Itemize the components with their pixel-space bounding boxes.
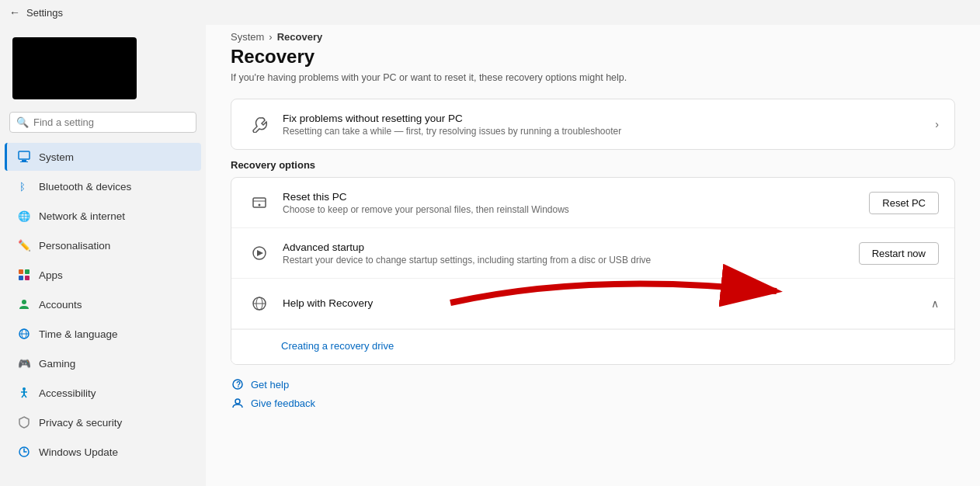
sidebar-item-network[interactable]: 🌐 Network & internet	[5, 202, 201, 230]
breadcrumb-page-title: Recovery	[277, 31, 323, 43]
sidebar-item-bluetooth[interactable]: ᛒ Bluetooth & devices	[5, 172, 201, 200]
advanced-startup-title: Advanced startup	[283, 241, 848, 253]
svg-point-28	[235, 399, 240, 404]
apps-icon	[17, 268, 31, 282]
chevron-right-icon: ›	[935, 118, 939, 130]
svg-rect-5	[19, 269, 23, 274]
svg-point-13	[23, 387, 26, 391]
svg-line-17	[24, 394, 26, 397]
help-recovery-expanded: Creating a recovery drive	[231, 329, 954, 364]
person-icon	[17, 297, 31, 311]
page-subtitle: If you're having problems with your PC o…	[231, 72, 955, 83]
restart-now-button[interactable]: Restart now	[859, 242, 939, 265]
fix-problems-text: Fix problems without resetting your PC R…	[283, 113, 924, 137]
brush-icon: ✏️	[17, 238, 31, 252]
reset-pc-desc: Choose to keep or remove your personal f…	[283, 204, 858, 215]
shield-icon	[17, 415, 31, 429]
advanced-startup-text: Advanced startup Restart your device to …	[283, 241, 848, 266]
reset-pc-text: Reset this PC Choose to keep or remove y…	[283, 191, 858, 215]
wrench-icon	[247, 112, 272, 137]
chevron-up-icon: ∧	[931, 297, 939, 310]
sidebar-item-time-label: Time & language	[39, 328, 118, 340]
sidebar-item-accessibility[interactable]: Accessibility	[5, 379, 201, 407]
breadcrumb: System › Recovery	[231, 31, 955, 43]
sidebar-item-accounts[interactable]: Accounts	[5, 290, 201, 318]
network-icon: 🌐	[17, 209, 31, 223]
reset-pc-action[interactable]: Reset PC	[869, 192, 939, 214]
svg-text:🌐: 🌐	[18, 210, 30, 222]
sidebar-item-privacy[interactable]: Privacy & security	[5, 408, 201, 436]
svg-rect-6	[25, 269, 30, 274]
help-recovery-row[interactable]: Help with Recovery ∧	[231, 279, 954, 329]
reset-pc-row: Reset this PC Choose to keep or remove y…	[231, 178, 954, 228]
svg-point-21	[259, 204, 261, 207]
give-feedback-label: Give feedback	[251, 397, 315, 409]
fix-problems-action: ›	[935, 118, 939, 130]
get-help-link[interactable]: ? Get help	[231, 377, 955, 391]
svg-rect-2	[20, 161, 28, 162]
svg-rect-7	[19, 276, 23, 280]
svg-text:?: ?	[236, 380, 241, 389]
sidebar-item-privacy-label: Privacy & security	[39, 417, 122, 429]
get-help-icon: ?	[231, 377, 245, 391]
accessibility-icon	[17, 386, 31, 400]
reset-pc-title: Reset this PC	[283, 191, 858, 203]
page-title: Recovery	[231, 46, 955, 68]
help-recovery-title: Help with Recovery	[283, 297, 920, 309]
sidebar: 🔍 System ᛒ Bluetooth & devices 🌐 Network…	[0, 0, 206, 486]
help-recovery-icon	[247, 291, 272, 316]
sidebar-item-gaming-label: Gaming	[39, 358, 75, 370]
user-avatar	[12, 37, 137, 99]
get-help-label: Get help	[251, 379, 289, 391]
fix-problems-title: Fix problems without resetting your PC	[283, 113, 924, 124]
bluetooth-icon: ᛒ	[17, 179, 31, 193]
sidebar-item-update-label: Windows Update	[39, 446, 118, 458]
creating-recovery-drive-link[interactable]: Creating a recovery drive	[281, 340, 394, 352]
advanced-startup-action[interactable]: Restart now	[859, 242, 939, 265]
startup-icon	[247, 241, 272, 266]
sidebar-item-accounts-label: Accounts	[39, 299, 82, 311]
recovery-options-card: Reset this PC Choose to keep or remove y…	[231, 177, 955, 365]
breadcrumb-separator: ›	[269, 31, 272, 43]
titlebar-title: Settings	[26, 7, 63, 19]
sidebar-item-system[interactable]: System	[5, 143, 201, 171]
reset-pc-button[interactable]: Reset PC	[869, 192, 939, 214]
svg-point-9	[22, 300, 26, 304]
sidebar-item-update[interactable]: Windows Update	[5, 438, 201, 466]
sidebar-item-time[interactable]: Time & language	[5, 320, 201, 348]
fix-problems-row[interactable]: Fix problems without resetting your PC R…	[231, 99, 954, 149]
help-recovery-toggle[interactable]: ∧	[931, 297, 939, 310]
update-icon	[17, 445, 31, 459]
fix-problems-card: Fix problems without resetting your PC R…	[231, 99, 955, 150]
sidebar-item-gaming[interactable]: 🎮 Gaming	[5, 349, 201, 377]
svg-rect-0	[19, 151, 30, 159]
feedback-icon	[231, 396, 245, 410]
fix-problems-desc: Resetting can take a while — first, try …	[283, 126, 924, 137]
globe-icon	[17, 327, 31, 341]
sidebar-item-bluetooth-label: Bluetooth & devices	[39, 181, 131, 193]
sidebar-item-accessibility-label: Accessibility	[39, 387, 96, 399]
breadcrumb-parent[interactable]: System	[231, 31, 264, 43]
search-icon: 🔍	[16, 116, 29, 128]
titlebar: ← Settings	[0, 0, 980, 25]
sidebar-item-apps-label: Apps	[39, 269, 63, 281]
sidebar-item-apps[interactable]: Apps	[5, 261, 201, 289]
help-recovery-text: Help with Recovery	[283, 297, 920, 311]
search-input[interactable]	[33, 116, 189, 128]
sidebar-item-personalisation[interactable]: ✏️ Personalisation	[5, 231, 201, 259]
footer-links: ? Get help Give feedback	[231, 377, 955, 410]
sidebar-item-network-label: Network & internet	[39, 210, 125, 222]
gamepad-icon: 🎮	[17, 356, 31, 370]
reset-icon	[247, 190, 272, 215]
search-box[interactable]: 🔍	[9, 112, 196, 133]
svg-text:ᛒ: ᛒ	[19, 181, 26, 193]
recovery-options-label: Recovery options	[231, 159, 955, 171]
back-button[interactable]: ←	[9, 6, 20, 19]
svg-rect-8	[25, 276, 30, 280]
main-content: System › Recovery Recovery If you're hav…	[206, 0, 980, 486]
give-feedback-link[interactable]: Give feedback	[231, 396, 955, 410]
advanced-startup-desc: Restart your device to change startup se…	[283, 255, 848, 266]
monitor-icon	[17, 150, 31, 164]
sidebar-item-system-label: System	[39, 151, 74, 163]
svg-rect-1	[22, 160, 26, 161]
